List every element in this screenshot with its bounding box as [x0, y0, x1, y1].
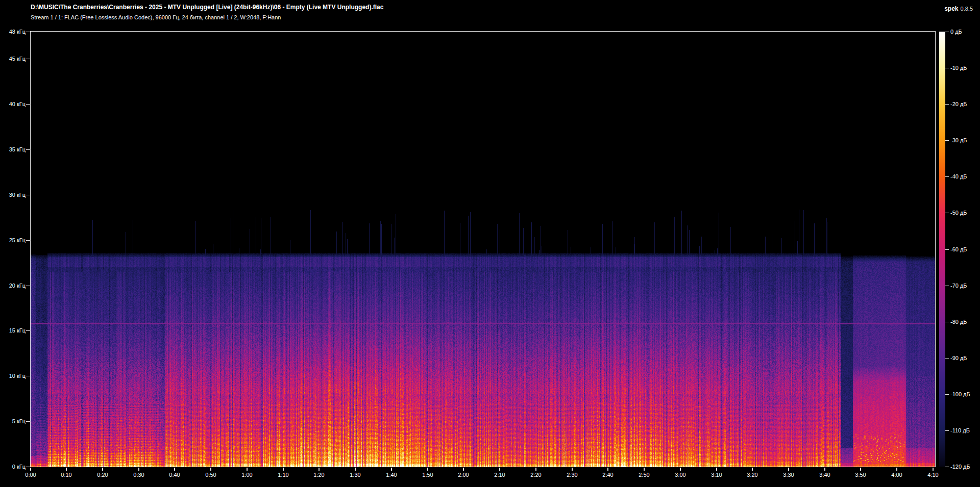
freq-tick [26, 195, 30, 195]
db-label: -40 дБ [950, 173, 967, 180]
time-label: 0:40 [163, 472, 186, 478]
time-label: 3:00 [669, 472, 692, 478]
freq-tick [26, 286, 30, 286]
db-legend-gradient [939, 32, 945, 467]
time-label: 1:30 [344, 472, 366, 478]
stream-info: Stream 1 / 1: FLAC (Free Lossless Audio … [31, 14, 281, 20]
time-label: 1:40 [380, 472, 403, 478]
db-tick [945, 104, 949, 105]
time-tick [824, 468, 825, 471]
time-label: 1:10 [272, 472, 295, 478]
db-label: -80 дБ [950, 319, 967, 325]
freq-tick [26, 376, 30, 376]
db-label: -20 дБ [950, 101, 967, 107]
freq-tick [26, 32, 30, 32]
time-label: 2:30 [561, 472, 583, 478]
db-label: -60 дБ [950, 246, 967, 252]
app-version: 0.8.5 [961, 6, 973, 12]
db-tick [945, 286, 949, 286]
freq-label: 45 кГц [0, 56, 26, 62]
time-tick [427, 468, 428, 471]
time-label: 2:20 [525, 472, 547, 478]
freq-tick [26, 330, 30, 331]
time-label: 4:00 [886, 472, 908, 478]
freq-label: 40 кГц [0, 101, 26, 107]
time-label: 1:50 [416, 472, 439, 478]
freq-tick [26, 421, 30, 422]
freq-label: 20 кГц [0, 283, 26, 289]
db-tick [945, 140, 949, 141]
db-tick [945, 358, 949, 358]
time-label: 3:10 [705, 472, 728, 478]
db-tick [945, 249, 949, 250]
freq-tick [26, 104, 30, 105]
time-tick [535, 468, 536, 471]
db-tick [945, 430, 949, 431]
freq-tick [26, 59, 30, 59]
time-label: 2:10 [488, 472, 511, 478]
time-tick [860, 468, 861, 471]
time-tick [499, 468, 500, 471]
time-tick [463, 468, 464, 471]
time-label: 3:30 [777, 472, 800, 478]
time-label: 1:00 [236, 472, 258, 478]
time-tick [247, 468, 248, 471]
time-tick [896, 468, 897, 471]
db-label: -110 дБ [950, 427, 970, 433]
db-tick [945, 322, 949, 322]
time-label: 1:20 [308, 472, 330, 478]
db-tick [945, 467, 949, 467]
app-brand: spek0.8.5 [944, 4, 973, 13]
db-tick [945, 394, 949, 395]
time-tick [210, 468, 211, 471]
time-tick [391, 468, 392, 471]
db-label: -30 дБ [950, 137, 967, 143]
db-tick [945, 68, 949, 68]
time-tick [102, 468, 103, 471]
freq-label: 48 кГц [0, 29, 26, 35]
db-label: -90 дБ [950, 355, 967, 361]
time-label: 3:50 [849, 472, 872, 478]
time-label: 2:50 [633, 472, 655, 478]
time-tick [174, 468, 175, 471]
time-label: 0:10 [55, 472, 78, 478]
db-tick [945, 32, 949, 32]
freq-label: 25 кГц [0, 237, 26, 243]
db-tick [945, 176, 949, 177]
db-label: -50 дБ [950, 210, 967, 216]
time-tick [752, 468, 753, 471]
db-label: -100 дБ [950, 391, 970, 397]
time-tick [607, 468, 608, 471]
freq-tick [26, 467, 30, 467]
time-tick [933, 468, 934, 471]
time-label: 3:40 [814, 472, 836, 478]
time-tick [644, 468, 645, 471]
time-label: 4:10 [922, 472, 944, 478]
freq-label: 30 кГц [0, 192, 26, 198]
db-label: 0 дБ [950, 29, 962, 35]
time-label: 2:40 [597, 472, 619, 478]
db-tick [945, 213, 949, 213]
time-tick [138, 468, 139, 471]
time-tick [355, 468, 356, 471]
time-tick [66, 468, 67, 471]
time-label: 2:00 [452, 472, 475, 478]
app-name: spek [944, 5, 958, 12]
time-label: 0:50 [200, 472, 222, 478]
db-label: -120 дБ [950, 464, 970, 470]
freq-label: 35 кГц [0, 146, 26, 152]
time-label: 0:20 [91, 472, 114, 478]
freq-tick [26, 149, 30, 150]
file-path-title: D:\MUSIC\The Cranberries\Cranberries - 2… [31, 4, 383, 11]
time-label: 0:00 [19, 472, 42, 478]
time-tick [788, 468, 789, 471]
db-label: -10 дБ [950, 65, 967, 71]
time-tick [30, 468, 31, 471]
freq-label: 15 кГц [0, 327, 26, 334]
freq-label: 0 кГц [0, 464, 26, 470]
time-tick [716, 468, 717, 471]
spectrogram-canvas [31, 32, 935, 467]
time-tick [318, 468, 320, 471]
time-tick [680, 468, 681, 471]
freq-tick [26, 240, 30, 241]
